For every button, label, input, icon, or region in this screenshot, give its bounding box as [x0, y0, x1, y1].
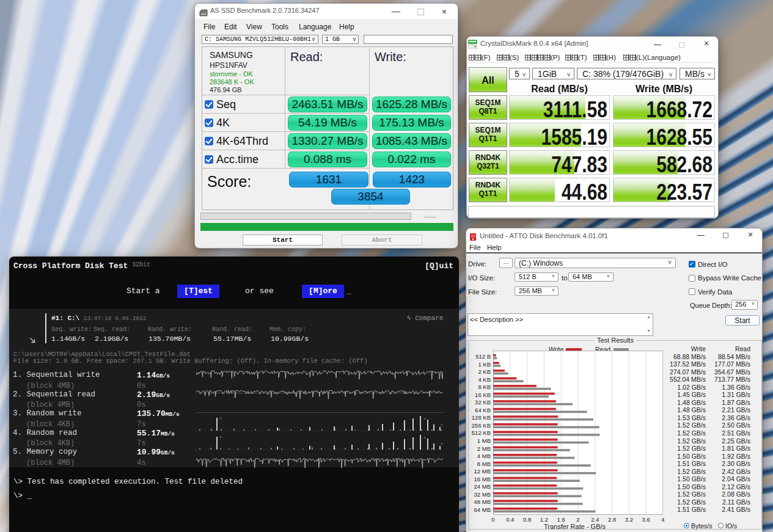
svg-text:×: × [423, 417, 426, 421]
svg-text:×: × [219, 416, 222, 421]
svg-text:×: × [423, 435, 426, 440]
svg-text:×: × [219, 435, 222, 440]
svg-text:×: × [441, 442, 443, 446]
svg-text:×: × [441, 423, 443, 428]
